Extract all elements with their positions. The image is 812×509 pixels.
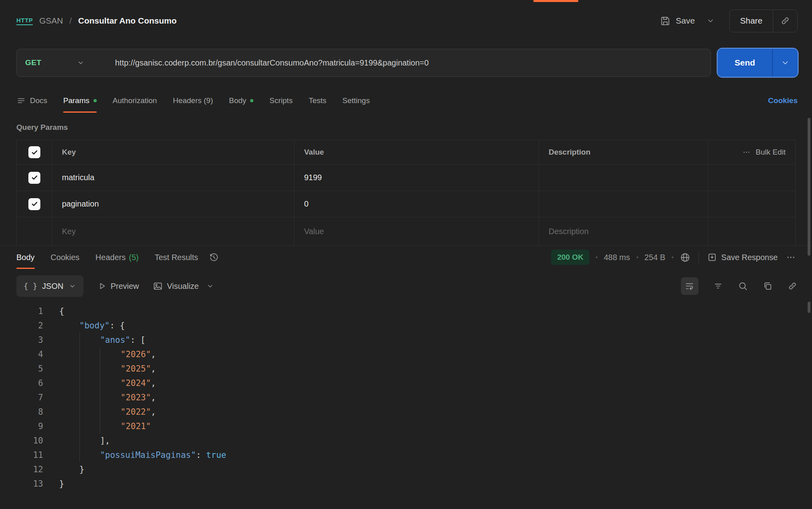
save-button[interactable]: Save	[657, 11, 697, 30]
response-toolbar: { } JSON Preview Visualize	[0, 275, 812, 297]
visualize-options-button[interactable]	[206, 282, 214, 290]
braces-icon: { }	[24, 282, 37, 290]
network-info-button[interactable]	[680, 252, 691, 263]
globe-icon	[680, 252, 691, 263]
play-icon	[97, 281, 107, 291]
code-line: 3 "anos": [	[0, 333, 812, 347]
code-line: 2 "body": {	[0, 318, 812, 333]
param-value-input[interactable]: Value	[294, 217, 539, 245]
tab-docs-label: Docs	[30, 96, 47, 105]
response-tab-test-results[interactable]: Test Results	[155, 246, 198, 269]
code-line: 10 ],	[0, 433, 812, 448]
active-tab-indicator	[533, 0, 578, 2]
tab-scripts-label: Scripts	[269, 96, 293, 105]
code-line: 5 "2025",	[0, 362, 812, 376]
param-description-input[interactable]: Description	[539, 217, 708, 245]
page-title: Consultar Ano Consumo	[78, 16, 177, 26]
meta-separator-dot	[596, 256, 597, 258]
status-badge[interactable]: 200 OK	[551, 250, 589, 265]
query-params-title: Query Params	[16, 123, 796, 132]
send-options-button[interactable]	[772, 49, 798, 77]
url-bar: GET http://gsanisc.coderp.com.br/gsan/co…	[16, 49, 711, 77]
params-modified-dot	[94, 99, 97, 102]
param-description-cell[interactable]	[539, 191, 708, 217]
page-scrollbar[interactable]	[808, 118, 810, 256]
search-icon	[738, 281, 748, 291]
breadcrumb: HTTP GSAN / Consultar Ano Consumo	[16, 16, 177, 26]
chevron-down-icon	[77, 59, 85, 67]
share-button[interactable]: Share	[730, 16, 773, 26]
param-description-cell[interactable]	[539, 165, 708, 191]
filter-icon	[713, 281, 723, 291]
code-line: 8 "2022",	[0, 405, 812, 419]
save-options-button[interactable]	[703, 13, 718, 28]
bulk-edit-button[interactable]: Bulk Edit	[708, 140, 795, 164]
param-value-cell[interactable]: 0	[294, 191, 539, 217]
breadcrumb-separator: /	[70, 16, 72, 26]
chevron-down-icon	[206, 282, 214, 290]
tab-params-label: Params	[63, 96, 89, 105]
visualize-button[interactable]: Visualize	[153, 281, 199, 291]
method-label: GET	[25, 58, 42, 67]
param-key-cell[interactable]: matricula	[52, 165, 294, 191]
method-selector[interactable]: GET	[17, 58, 115, 67]
code-scrollbar[interactable]	[808, 302, 810, 313]
param-row-pagination: pagination 0	[17, 191, 795, 217]
save-response-icon	[707, 252, 717, 262]
code-line: 1{	[0, 304, 812, 318]
docs-icon	[16, 96, 26, 105]
tab-headers[interactable]: Headers (9)	[173, 89, 213, 113]
tab-scripts[interactable]: Scripts	[269, 89, 293, 113]
request-header: HTTP GSAN / Consultar Ano Consumo Save S…	[0, 0, 812, 42]
search-button[interactable]	[738, 281, 748, 291]
breadcrumb-collection[interactable]: GSAN	[39, 16, 63, 26]
param-key-cell[interactable]: pagination	[52, 191, 294, 217]
save-icon	[660, 15, 671, 26]
link-button[interactable]	[787, 281, 798, 291]
response-more-button[interactable]	[784, 251, 798, 264]
param-value-cell[interactable]: 9199	[294, 165, 539, 191]
response-tab-cookies-label: Cookies	[51, 253, 80, 262]
response-headers-count: (5)	[129, 253, 138, 262]
param-extra-cell	[708, 165, 795, 191]
param-key-input[interactable]: Key	[52, 217, 294, 245]
code-lines[interactable]: 1{2 "body": {3 "anos": [4 "2026",5 "2025…	[0, 304, 812, 491]
response-time[interactable]: 488 ms	[604, 253, 630, 262]
save-response-button[interactable]: Save Response	[707, 252, 778, 262]
check-icon	[31, 200, 38, 208]
tab-body[interactable]: Body	[229, 89, 253, 113]
filter-button[interactable]	[713, 281, 723, 291]
tab-authorization[interactable]: Authorization	[113, 89, 157, 113]
send-button[interactable]: Send	[718, 49, 772, 77]
param-enabled-checkbox[interactable]	[28, 172, 40, 184]
response-history-button[interactable]	[209, 252, 219, 262]
preview-button[interactable]: Preview	[97, 281, 139, 291]
tab-docs[interactable]: Docs	[16, 89, 47, 113]
request-url-row: GET http://gsanisc.coderp.com.br/gsan/co…	[16, 49, 798, 77]
tab-tests[interactable]: Tests	[308, 89, 326, 113]
wrap-text-button[interactable]	[681, 277, 699, 295]
code-line: 7 "2023",	[0, 390, 812, 405]
preview-label: Preview	[111, 282, 139, 291]
copy-link-button[interactable]	[773, 16, 797, 26]
response-tab-body[interactable]: Body	[16, 246, 35, 269]
code-line: 13}	[0, 477, 812, 491]
tab-params[interactable]: Params	[63, 89, 96, 113]
cookies-link[interactable]: Cookies	[768, 96, 798, 105]
response-tab-headers-label: Headers	[96, 253, 126, 262]
response-size[interactable]: 254 B	[645, 253, 665, 262]
meta-divider	[699, 252, 699, 263]
code-line: 11 "possuiMaisPaginas": true	[0, 448, 812, 462]
select-all-checkbox[interactable]	[28, 146, 40, 158]
copy-button[interactable]	[762, 281, 773, 291]
tab-settings[interactable]: Settings	[342, 89, 370, 113]
response-tab-headers[interactable]: Headers (5)	[96, 246, 139, 269]
param-row-new: Key Value Description	[17, 217, 795, 245]
response-tab-cookies[interactable]: Cookies	[51, 246, 80, 269]
url-input[interactable]: http://gsanisc.coderp.com.br/gsan/consul…	[115, 58, 429, 68]
response-format-select[interactable]: { } JSON	[16, 275, 84, 297]
table-header-row: Key Value Description Bulk Edit	[17, 140, 795, 164]
response-tab-test-results-label: Test Results	[155, 253, 198, 262]
response-tabs: Body Cookies Headers (5) Test Results 20…	[0, 246, 812, 269]
param-enabled-checkbox[interactable]	[28, 198, 40, 210]
